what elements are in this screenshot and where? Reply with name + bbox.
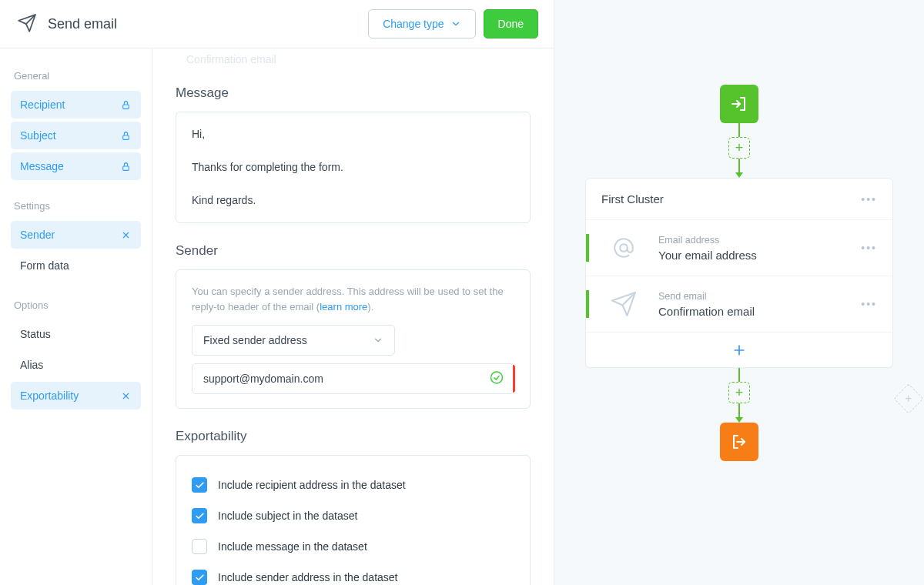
message-line: Thanks for completing the form. <box>192 159 514 176</box>
item-menu-button[interactable]: ••• <box>861 242 877 254</box>
exit-icon <box>730 433 748 451</box>
message-line: Kind regards. <box>192 192 514 209</box>
select-value: Fixed sender address <box>203 334 307 346</box>
check-circle-icon <box>490 371 504 387</box>
chevron-down-icon <box>373 335 383 346</box>
checkbox-label: Include subject in the dataset <box>218 510 357 522</box>
change-type-button[interactable]: Change type <box>368 9 475 38</box>
sidebar-item-label: Sender <box>20 229 55 241</box>
main-content: Confirmation email Message Hi, Thanks fo… <box>152 48 554 585</box>
export-option-recipient[interactable]: Include recipient address in the dataset <box>192 470 514 500</box>
cluster-card[interactable]: First Cluster ••• Email address Your ema… <box>585 178 893 368</box>
sidebar-heading-settings: Settings <box>14 200 138 212</box>
chevron-down-icon <box>450 18 461 29</box>
plus-icon: + <box>735 386 744 399</box>
faded-prev-title: Confirmation email <box>176 48 531 65</box>
cluster-add-button[interactable] <box>586 332 892 367</box>
change-type-label: Change type <box>383 18 444 30</box>
checkbox-label: Include recipient address in the dataset <box>218 479 406 491</box>
sidebar-heading-general: General <box>14 70 138 82</box>
sidebar-heading-options: Options <box>14 299 138 311</box>
learn-more-link[interactable]: learn more <box>320 301 367 313</box>
sidebar-item-label: Message <box>20 160 64 172</box>
required-indicator <box>513 365 515 393</box>
flow-canvas[interactable]: + First Cluster ••• Email address Your e… <box>554 0 924 585</box>
checkbox-label: Include message in the dataset <box>218 540 367 553</box>
plus-icon <box>732 343 747 358</box>
item-menu-button[interactable]: ••• <box>861 298 877 310</box>
section-heading-message: Message <box>176 85 531 101</box>
lock-icon <box>119 129 132 142</box>
flow-end-node[interactable] <box>720 423 758 461</box>
sidebar-item-label: Subject <box>20 129 56 142</box>
lock-icon <box>119 99 132 111</box>
sender-email-input[interactable] <box>192 363 514 394</box>
sidebar-item-alias[interactable]: Alias <box>11 351 141 379</box>
cluster-item-title: Your email address <box>658 249 861 262</box>
section-heading-sender: Sender <box>176 243 531 259</box>
cluster-item-caption: Send email <box>658 291 861 302</box>
paper-plane-icon <box>17 13 37 35</box>
sidebar-item-sender[interactable]: Sender <box>11 221 141 249</box>
done-label: Done <box>498 18 524 30</box>
sidebar-item-form-data[interactable]: Form data <box>11 252 141 279</box>
cluster-title: First Cluster <box>601 192 664 206</box>
sidebar-item-exportability[interactable]: Exportability <box>11 382 141 410</box>
cluster-item-send-email[interactable]: Send email Confirmation email ••• <box>586 276 892 332</box>
svg-rect-1 <box>122 135 129 139</box>
sidebar-item-label: Recipient <box>20 99 65 111</box>
message-line: Hi, <box>192 126 514 142</box>
sidebar-item-status[interactable]: Status <box>11 320 141 348</box>
sidebar-item-recipient[interactable]: Recipient <box>11 91 141 119</box>
cluster-menu-button[interactable]: ••• <box>861 193 877 206</box>
paper-plane-icon <box>589 290 658 318</box>
flow-start-node[interactable] <box>720 85 758 123</box>
done-button[interactable]: Done <box>484 9 538 38</box>
checkbox-icon <box>192 539 207 554</box>
message-textarea[interactable]: Hi, Thanks for completing the form. Kind… <box>176 112 531 223</box>
checkbox-label: Include sender address in the dataset <box>218 571 398 583</box>
plus-icon: + <box>905 392 912 406</box>
svg-point-7 <box>491 372 503 383</box>
close-icon[interactable] <box>119 389 132 402</box>
cluster-item-caption: Email address <box>658 235 861 246</box>
svg-rect-0 <box>122 104 129 108</box>
sidebar-item-subject[interactable]: Subject <box>11 122 141 149</box>
enter-icon <box>730 95 748 113</box>
sidebar-item-message[interactable]: Message <box>11 152 141 180</box>
checkbox-icon <box>192 508 207 523</box>
sender-type-select[interactable]: Fixed sender address <box>192 325 395 356</box>
add-node-button[interactable]: + <box>728 382 750 403</box>
checkbox-icon <box>192 477 207 493</box>
cluster-item-email-address[interactable]: Email address Your email address ••• <box>586 220 892 276</box>
sidebar-item-label: Form data <box>20 259 69 272</box>
sender-help-text: You can specify a sender address. This a… <box>192 284 514 314</box>
cluster-item-title: Confirmation email <box>658 305 861 318</box>
lock-icon <box>119 160 132 172</box>
sidebar-item-label: Status <box>20 328 51 340</box>
export-option-sender[interactable]: Include sender address in the dataset <box>192 562 514 585</box>
close-icon[interactable] <box>119 229 132 241</box>
checkbox-icon <box>192 570 207 585</box>
sidebar-item-label: Exportability <box>20 389 79 402</box>
at-icon <box>589 234 658 262</box>
plus-icon: + <box>735 141 744 155</box>
page-title: Send email <box>48 16 117 32</box>
export-option-message[interactable]: Include message in the dataset <box>192 531 514 562</box>
svg-rect-2 <box>122 165 129 169</box>
sidebar-item-label: Alias <box>20 359 43 371</box>
export-option-subject[interactable]: Include subject in the dataset <box>192 500 514 531</box>
section-heading-exportability: Exportability <box>176 429 531 444</box>
svg-point-9 <box>620 244 628 252</box>
sidebar: General Recipient Subject Message <box>0 48 152 585</box>
add-node-button[interactable]: + <box>728 137 750 159</box>
